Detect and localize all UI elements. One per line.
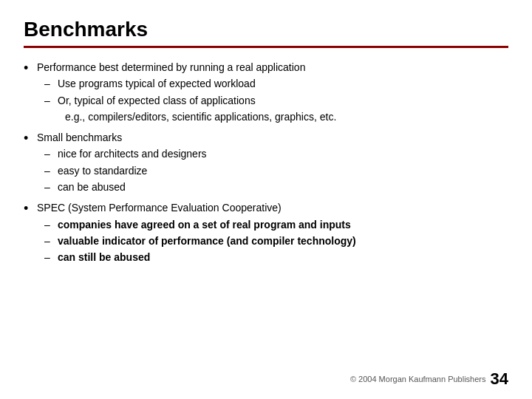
sub-item-3-1: – valuable indicator of performance (and… [44,233,508,248]
sub-text-3-0: companies have agreed on a set of real p… [58,217,508,232]
sub-item-1-1: – Or, typical of expected class of appli… [44,93,508,108]
sub-text-2-2: can be abused [58,180,508,194]
sub-text-1-1: Or, typical of expected class of applica… [58,93,508,108]
sub-dash: – [44,76,58,91]
bullet-1-main: Performance best determined by running a… [37,61,305,73]
bullet-text-3: SPEC (System Performance Evaluation Coop… [37,200,508,266]
slide: Benchmarks • Performance best determined… [0,0,532,399]
sub-dash: – [44,233,58,248]
sub-item-1-2: e.g., compilers/editors, scientific appl… [65,109,508,124]
title-divider [24,46,508,48]
sub-item-2-0: – nice for architects and designers [44,146,508,161]
sub-text-3-2: can still be abused [58,250,508,265]
sub-text-1-2: e.g., compilers/editors, scientific appl… [65,109,508,124]
slide-footer: © 2004 Morgan Kaufmann Publishers 34 [350,369,508,389]
bullet-text-1: Performance best determined by running a… [37,60,508,126]
sub-dash: – [44,163,58,178]
sub-text-2-0: nice for architects and designers [58,146,508,161]
title-area: Benchmarks [24,18,508,48]
sub-dash: – [44,250,58,265]
sub-text-3-1: valuable indicator of performance (and c… [58,233,508,248]
sub-text-1-0: Use programs typical of expected workloa… [58,76,508,91]
sub-item-1-0: – Use programs typical of expected workl… [44,76,508,91]
bullet-dot-1: • [24,61,37,77]
sub-dash: – [44,146,58,161]
page-number: 34 [491,369,508,389]
bullet-dot-3: • [24,201,37,217]
slide-content: • Performance best determined by running… [24,60,508,267]
bullet-2-subs: – nice for architects and designers – ea… [44,146,508,194]
bullet-1: • Performance best determined by running… [24,60,508,126]
sub-item-2-1: – easy to standardize [44,163,508,178]
bullet-dot-2: • [24,131,37,147]
sub-dash: – [44,93,58,108]
bullet-3-main: SPEC (System Performance Evaluation Coop… [37,202,282,214]
bullet-3: • SPEC (System Performance Evaluation Co… [24,200,508,266]
bullet-2: • Small benchmarks – nice for architects… [24,130,508,196]
sub-item-3-0: – companies have agreed on a set of real… [44,217,508,232]
slide-title: Benchmarks [24,18,508,41]
sub-dash: – [44,217,58,232]
bullet-1-subs: – Use programs typical of expected workl… [44,76,508,124]
sub-item-2-2: – can be abused [44,180,508,194]
copyright-text: © 2004 Morgan Kaufmann Publishers [350,375,486,383]
sub-dash: – [44,180,58,194]
sub-item-3-2: – can still be abused [44,250,508,265]
sub-text-2-1: easy to standardize [58,163,508,178]
bullet-text-2: Small benchmarks – nice for architects a… [37,130,508,196]
bullet-2-main: Small benchmarks [37,132,122,143]
bullet-3-subs: – companies have agreed on a set of real… [44,217,508,265]
